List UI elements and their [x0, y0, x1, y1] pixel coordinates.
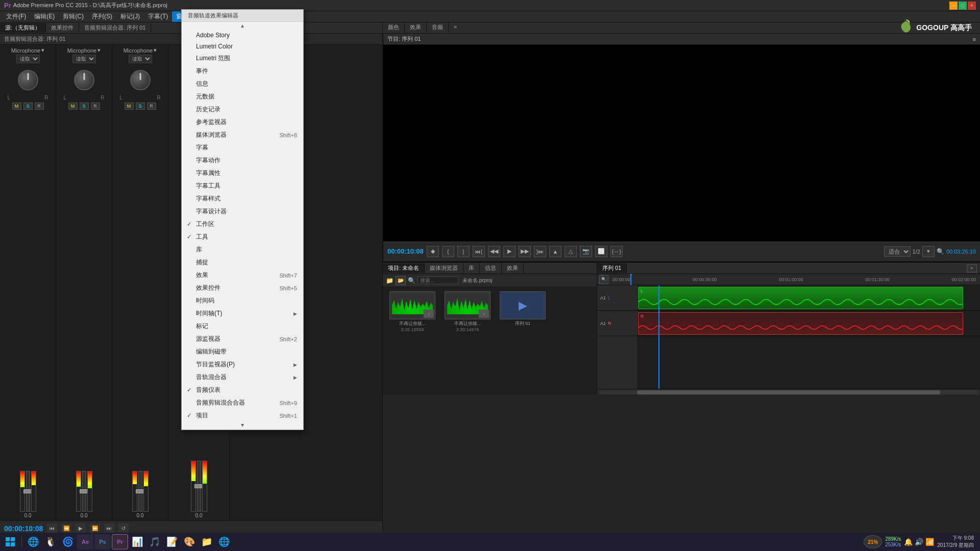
- dropdown-item-audio-mixer[interactable]: 音轨混合器: [182, 371, 303, 384]
- dropdown-item-effects[interactable]: 效果 Shift+7: [182, 269, 303, 282]
- dropdown-item-caption-attr[interactable]: 字幕属性: [182, 167, 303, 180]
- dropdown-item-lumetri-color[interactable]: Lumetri Color: [182, 41, 303, 52]
- dropdown-item-project[interactable]: 项目 Shift+1: [182, 409, 303, 422]
- dropdown-item-history[interactable]: 历史记录: [182, 103, 303, 116]
- dropdown-item-caption-tool[interactable]: 字幕工具: [182, 180, 303, 192]
- dropdown-item-caption-style[interactable]: 字幕样式: [182, 192, 303, 205]
- dropdown-item-timecode[interactable]: 时间码: [182, 294, 303, 307]
- dropdown-item-ref-monitor[interactable]: 参考监视器: [182, 116, 303, 129]
- dropdown-item-caption-designer[interactable]: 字幕设计器: [182, 205, 303, 218]
- dropdown-item-source-monitor[interactable]: 源监视器 Shift+2: [182, 333, 303, 345]
- dropdown-item-audio-clip-mixer[interactable]: 音频剪辑混合合器 Shift+9: [182, 396, 303, 409]
- dropdown-item-capture[interactable]: 捕捉: [182, 256, 303, 269]
- dropdown-item-lumetri-range[interactable]: Lumetri 范围: [182, 52, 303, 65]
- dropdown-scroll-up[interactable]: ▲: [182, 22, 303, 30]
- dropdown-scroll-down[interactable]: ▲: [182, 422, 303, 430]
- dropdown-item-audio-meter[interactable]: 音频仪表: [182, 384, 303, 396]
- window-dropdown-menu: 音频轨道效果编辑器 ▲ Adobe Story Lumetri Color Lu…: [181, 9, 304, 430]
- dropdown-item-caption-action[interactable]: 字幕动作: [182, 154, 303, 167]
- dropdown-header: 音频轨道效果编辑器: [182, 10, 303, 22]
- dropdown-item-markers[interactable]: 标记: [182, 320, 303, 333]
- dropdown-item-media-browser[interactable]: 媒体浏览器 Shift+8: [182, 129, 303, 141]
- dropdown-item-events[interactable]: 事件: [182, 65, 303, 78]
- dropdown-item-edit-to-tape[interactable]: 编辑到磁带: [182, 345, 303, 358]
- dropdown-item-workspace[interactable]: 工作区: [182, 218, 303, 231]
- dropdown-item-caption[interactable]: 字幕: [182, 141, 303, 154]
- dropdown-item-adobe-story[interactable]: Adobe Story: [182, 30, 303, 41]
- dropdown-item-metadata[interactable]: 元数据: [182, 90, 303, 103]
- dropdown-item-tools[interactable]: 工具: [182, 231, 303, 243]
- dropdown-item-effect-controls[interactable]: 效果控件 Shift+5: [182, 282, 303, 294]
- dropdown-overlay[interactable]: 音频轨道效果编辑器 ▲ Adobe Story Lumetri Color Lu…: [0, 0, 980, 551]
- dropdown-item-info[interactable]: 信息: [182, 78, 303, 90]
- dropdown-item-library[interactable]: 库: [182, 243, 303, 256]
- dropdown-item-timeline[interactable]: 时间轴(T): [182, 307, 303, 320]
- dropdown-item-program-monitor[interactable]: 节目监视器(P): [182, 358, 303, 371]
